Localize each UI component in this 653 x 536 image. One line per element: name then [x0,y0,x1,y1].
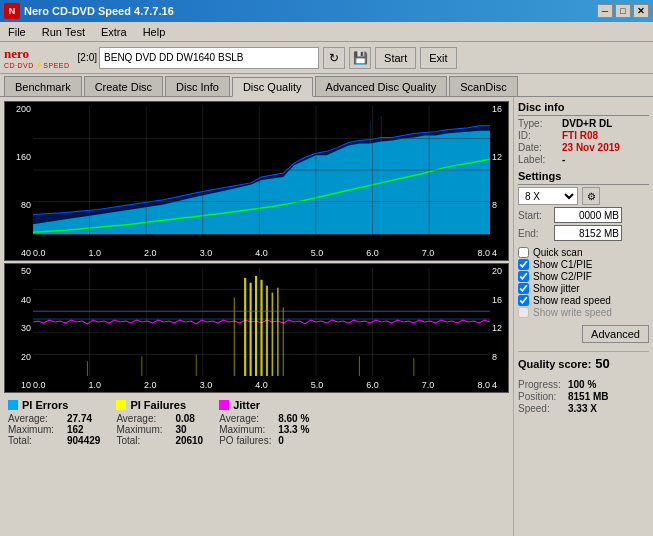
toolbar: nero CD·DVD⚡SPEED [2:0] BENQ DVD DD DW16… [0,42,653,74]
app-icon: N [4,3,20,19]
pi-errors-avg-label: Average: [8,413,63,424]
chart-area: 200 160 80 40 16 12 8 4 [0,97,513,536]
tab-advanced-disc-quality[interactable]: Advanced Disc Quality [315,76,448,96]
pi-errors-avg-value: 27.74 [67,413,92,424]
quality-score-row: Quality score: 50 [518,351,649,371]
id-label: ID: [518,130,558,141]
menu-extra[interactable]: Extra [97,24,131,40]
save-button[interactable]: 💾 [349,47,371,69]
speed-label: Speed: [518,403,568,414]
menu-help[interactable]: Help [139,24,170,40]
jitter-po-value: 0 [278,435,284,446]
nero-logo-subtitle: CD·DVD⚡SPEED [4,62,70,70]
menu-file[interactable]: File [4,24,30,40]
start-field-input[interactable] [554,207,622,223]
advanced-button[interactable]: Advanced [582,325,649,343]
settings-icon-btn[interactable]: ⚙ [582,187,600,205]
checkbox-show-jitter: Show jitter [518,283,649,294]
speed-select[interactable]: 8 X [518,187,578,205]
checkbox-show-read-speed: Show read speed [518,295,649,306]
position-row: Position: 8151 MB [518,391,649,402]
close-button[interactable]: ✕ [633,4,649,18]
jitter-color [219,400,229,410]
date-label: Date: [518,142,558,153]
pi-failures-total-value: 20610 [175,435,203,446]
checkbox-show-c1pie: Show C1/PIE [518,259,649,270]
legend-area: PI Errors Average: 27.74 Maximum: 162 To… [4,395,509,450]
pi-failures-label: PI Failures [130,399,186,411]
tab-benchmark[interactable]: Benchmark [4,76,82,96]
bottom-chart-y-left: 50 40 30 20 10 [5,264,33,392]
show-c1pie-label: Show C1/PIE [533,259,592,270]
checkbox-quick-scan: Quick scan [518,247,649,258]
tab-disc-info[interactable]: Disc Info [165,76,230,96]
disc-label-value: - [562,154,565,165]
bottom-chart-svg [33,268,490,376]
nero-logo-text: nero [4,46,29,62]
end-field-label: End: [518,228,550,239]
checkboxes-section: Quick scan Show C1/PIE Show C2/PIF Show … [518,247,649,319]
menu-run-test[interactable]: Run Test [38,24,89,40]
quality-score-label: Quality score: [518,358,591,370]
show-read-speed-checkbox[interactable] [518,295,529,306]
pi-errors-max-label: Maximum: [8,424,63,435]
checkbox-show-c2pif: Show C2/PIF [518,271,649,282]
drive-dropdown[interactable]: BENQ DVD DD DW1640 BSLB [99,47,319,69]
top-chart-inner [33,106,490,244]
show-jitter-label: Show jitter [533,283,580,294]
position-label: Position: [518,391,568,402]
jitter-avg-label: Average: [219,413,274,424]
pi-failures-max-label: Maximum: [116,424,171,435]
right-panel: Disc info Type: DVD+R DL ID: FTI R08 Dat… [513,97,653,536]
pi-failures-avg-value: 0.08 [175,413,194,424]
drive-label: [2:0] [78,52,97,63]
drive-selector: [2:0] BENQ DVD DD DW1640 BSLB [78,47,319,69]
speed-row-progress: Speed: 3.33 X [518,403,649,414]
end-field-input[interactable] [554,225,622,241]
top-chart-x-labels: 0.0 1.0 2.0 3.0 4.0 5.0 6.0 7.0 8.0 [33,246,490,260]
speed-row: 8 X ⚙ [518,187,649,205]
pi-failures-avg-label: Average: [116,413,171,424]
exit-button[interactable]: Exit [420,47,456,69]
show-read-speed-label: Show read speed [533,295,611,306]
pi-errors-color [8,400,18,410]
start-field-label: Start: [518,210,550,221]
tab-disc-quality[interactable]: Disc Quality [232,77,313,97]
legend-pi-errors: PI Errors Average: 27.74 Maximum: 162 To… [8,399,100,446]
disc-info-section: Disc info Type: DVD+R DL ID: FTI R08 Dat… [518,101,649,166]
window-controls: ─ □ ✕ [597,4,649,18]
bottom-chart-y-right: 20 16 12 8 4 [490,264,508,392]
date-value: 23 Nov 2019 [562,142,620,153]
settings-title: Settings [518,170,649,185]
top-chart-y-right: 16 12 8 4 [490,102,508,260]
jitter-max-value: 13.3 % [278,424,309,435]
title-bar: N Nero CD-DVD Speed 4.7.7.16 ─ □ ✕ [0,0,653,22]
show-c1pie-checkbox[interactable] [518,259,529,270]
progress-value: 100 % [568,379,596,390]
progress-section: Progress: 100 % Position: 8151 MB Speed:… [518,379,649,415]
nero-logo: nero CD·DVD⚡SPEED [4,46,70,70]
window-title: Nero CD-DVD Speed 4.7.7.16 [24,5,174,17]
start-field-row: Start: [518,207,649,223]
tab-create-disc[interactable]: Create Disc [84,76,163,96]
pi-failures-max-value: 30 [175,424,186,435]
pi-errors-total-label: Total: [8,435,63,446]
jitter-avg-value: 8.60 % [278,413,309,424]
minimize-button[interactable]: ─ [597,4,613,18]
jitter-max-label: Maximum: [219,424,274,435]
pi-errors-label: PI Errors [22,399,68,411]
quick-scan-checkbox[interactable] [518,247,529,258]
show-jitter-checkbox[interactable] [518,283,529,294]
maximize-button[interactable]: □ [615,4,631,18]
menu-bar: File Run Test Extra Help [0,22,653,42]
show-c2pif-checkbox[interactable] [518,271,529,282]
checkbox-show-write-speed: Show write speed [518,307,649,318]
refresh-button[interactable]: ↻ [323,47,345,69]
show-c2pif-label: Show C2/PIF [533,271,592,282]
svg-marker-1 [33,126,490,234]
legend-pi-failures: PI Failures Average: 0.08 Maximum: 30 To… [116,399,203,446]
tab-scan-disc[interactable]: ScanDisc [449,76,517,96]
bottom-chart: 50 40 30 20 10 20 16 12 8 4 [4,263,509,393]
start-button[interactable]: Start [375,47,416,69]
tab-bar: Benchmark Create Disc Disc Info Disc Qua… [0,74,653,97]
